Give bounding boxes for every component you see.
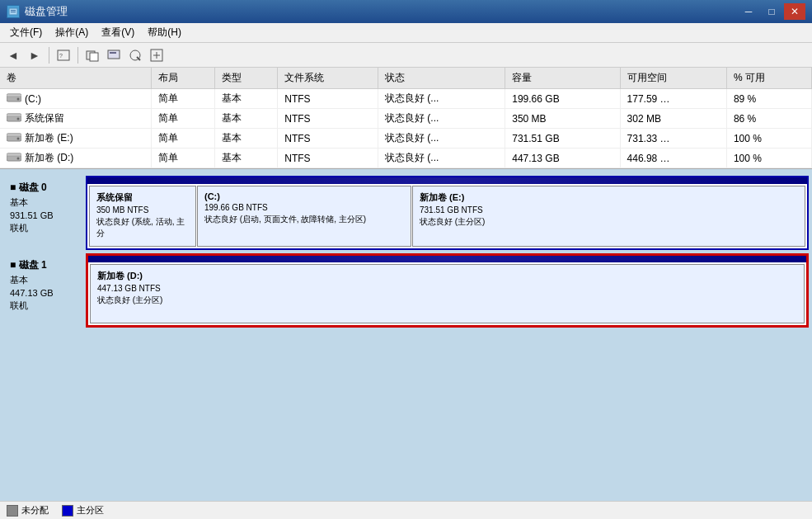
partition-status-disk0-sys: 状态良好 (系统, 活动, 主分 xyxy=(96,216,189,239)
toolbar-btn-1[interactable] xyxy=(82,45,102,65)
legend-unalloc-label: 未分配 xyxy=(21,504,49,517)
cell-type-0: 基本 xyxy=(214,89,278,109)
toolbar-separator-2 xyxy=(77,47,78,64)
menu-bar: 文件(F) 操作(A) 查看(V) 帮助(H) xyxy=(0,23,812,43)
cell-status-2: 状态良好 (... xyxy=(378,129,505,149)
partition-disk1-d[interactable]: 新加卷 (D:) 447.13 GB NTFS 状态良好 (主分区) xyxy=(90,264,805,323)
disk-map-panel: ■ 磁盘 0 基本 931.51 GB 联机 系统保留 350 MB NTFS … xyxy=(0,169,812,501)
table-row[interactable]: (C:) 简单 基本 NTFS 状态良好 (... 199.66 GB 177.… xyxy=(0,89,812,109)
cell-fs-0: NTFS xyxy=(278,89,378,109)
cell-free-2: 731.33 … xyxy=(620,129,726,149)
menu-help[interactable]: 帮助(H) xyxy=(141,24,188,41)
hdd-icon xyxy=(7,131,21,145)
hdd-icon xyxy=(7,92,21,106)
table-row[interactable]: 系统保留 简单 基本 NTFS 状态良好 (... 350 MB 302 MB … xyxy=(0,109,812,129)
cell-layout-1: 简单 xyxy=(151,109,214,129)
cell-capacity-0: 199.66 GB xyxy=(505,89,620,109)
cell-capacity-1: 350 MB xyxy=(505,109,620,129)
hdd-icon xyxy=(7,111,21,125)
partition-size-disk0-e: 731.51 GB NTFS xyxy=(420,205,798,215)
partition-size-disk1-d: 447.13 GB NTFS xyxy=(97,284,797,293)
toolbar-btn-3[interactable] xyxy=(125,45,145,65)
col-header-status: 状态 xyxy=(378,68,505,89)
disk-type-disk0: 基本 xyxy=(10,196,79,209)
cell-free-0: 177.59 … xyxy=(620,89,726,109)
col-header-capacity: 容量 xyxy=(505,68,620,89)
console-button[interactable]: ? xyxy=(54,45,73,65)
col-header-volume: 卷 xyxy=(0,68,151,89)
toolbar-btn-2[interactable] xyxy=(104,45,124,65)
col-header-free: 可用空间 xyxy=(620,68,726,89)
disk-info-disk0: ■ 磁盘 0 基本 931.51 GB 联机 xyxy=(3,176,86,250)
partition-status-disk1-d: 状态良好 (主分区) xyxy=(97,295,797,306)
disk-name-disk0: ■ 磁盘 0 xyxy=(10,181,79,195)
svg-rect-2 xyxy=(11,12,16,12)
partition-size-disk0-c: 199.66 GB NTFS xyxy=(204,203,404,212)
svg-text:?: ? xyxy=(59,53,63,59)
table-row[interactable]: 新加卷 (D:) 简单 基本 NTFS 状态良好 (... 447.13 GB … xyxy=(0,149,812,168)
cell-status-3: 状态良好 (... xyxy=(378,149,505,168)
svg-rect-8 xyxy=(110,52,116,54)
disk-top-bar-disk0 xyxy=(87,177,807,184)
disk-type-disk1: 基本 xyxy=(10,274,79,286)
menu-action[interactable]: 操作(A) xyxy=(49,24,95,41)
disk-row-disk1: ■ 磁盘 1 基本 447.13 GB 联机 新加卷 (D:) 447.13 G… xyxy=(3,253,809,328)
cell-volume-2: 新加卷 (E:) xyxy=(0,129,151,149)
cell-fs-3: NTFS xyxy=(278,149,378,168)
cell-pct-2: 100 % xyxy=(726,129,811,149)
svg-rect-24 xyxy=(7,153,21,156)
disk-size-disk0: 931.51 GB xyxy=(10,210,79,220)
hdd-icon xyxy=(7,151,21,165)
disk-top-bar-disk1 xyxy=(88,256,806,262)
window-controls[interactable]: ─ □ ✕ xyxy=(738,3,805,20)
cell-pct-0: 89 % xyxy=(726,89,811,109)
svg-rect-7 xyxy=(108,50,120,59)
disk-partitions-disk0: 系统保留 350 MB NTFS 状态良好 (系统, 活动, 主分 (C:) 1… xyxy=(87,184,807,248)
forward-button[interactable]: ► xyxy=(25,45,45,65)
col-header-fs: 文件系统 xyxy=(278,68,378,89)
cell-fs-1: NTFS xyxy=(278,109,378,129)
partition-name-disk0-c: (C:) xyxy=(204,191,404,201)
partition-disk0-e[interactable]: 新加卷 (E:) 731.51 GB NTFS 状态良好 (主分区) xyxy=(412,186,805,247)
cell-status-1: 状态良好 (... xyxy=(378,109,505,129)
cell-type-2: 基本 xyxy=(214,129,278,149)
back-button[interactable]: ◄ xyxy=(3,45,23,65)
cell-capacity-2: 731.51 GB xyxy=(505,129,620,149)
volume-table: 卷 布局 类型 文件系统 状态 容量 可用空间 % 可用 xyxy=(0,68,812,168)
legend-bar: 未分配 主分区 xyxy=(0,501,812,519)
svg-point-19 xyxy=(17,118,20,120)
disk-partitions-disk1: 新加卷 (D:) 447.13 GB NTFS 状态良好 (主分区) xyxy=(88,262,806,325)
legend-primary-box xyxy=(62,505,73,517)
close-button[interactable]: ✕ xyxy=(784,3,805,20)
partition-disk0-c[interactable]: (C:) 199.66 GB NTFS 状态良好 (启动, 页面文件, 故障转储… xyxy=(197,186,411,247)
legend-unallocated: 未分配 xyxy=(7,504,49,517)
disk-visual-disk1: 新加卷 (D:) 447.13 GB NTFS 状态良好 (主分区) xyxy=(86,253,809,328)
cell-fs-2: NTFS xyxy=(278,129,378,149)
svg-rect-1 xyxy=(11,10,16,11)
volume-table-panel: 卷 布局 类型 文件系统 状态 容量 可用空间 % 可用 xyxy=(0,68,812,169)
col-header-layout: 布局 xyxy=(151,68,214,89)
svg-rect-6 xyxy=(90,53,98,61)
cell-status-0: 状态良好 (... xyxy=(378,89,505,109)
cell-layout-0: 简单 xyxy=(151,89,214,109)
legend-primary: 主分区 xyxy=(62,504,104,517)
partition-disk0-sys[interactable]: 系统保留 350 MB NTFS 状态良好 (系统, 活动, 主分 xyxy=(89,186,196,247)
window-title: 磁盘管理 xyxy=(25,4,68,19)
svg-point-25 xyxy=(17,158,20,160)
menu-view[interactable]: 查看(V) xyxy=(95,24,141,41)
cell-pct-1: 86 % xyxy=(726,109,811,129)
menu-file[interactable]: 文件(F) xyxy=(3,24,49,41)
cell-free-3: 446.98 … xyxy=(620,149,726,168)
cell-volume-0: (C:) xyxy=(0,89,151,109)
toolbar-btn-4[interactable] xyxy=(147,45,167,65)
maximize-button[interactable]: □ xyxy=(761,3,782,20)
legend-unalloc-box xyxy=(7,505,18,517)
main-container: 卷 布局 类型 文件系统 状态 容量 可用空间 % 可用 xyxy=(0,68,812,501)
cell-pct-3: 100 % xyxy=(726,149,811,168)
cell-type-3: 基本 xyxy=(214,149,278,168)
svg-rect-18 xyxy=(7,114,21,116)
legend-primary-label: 主分区 xyxy=(77,504,104,517)
cell-free-1: 302 MB xyxy=(620,109,726,129)
table-row[interactable]: 新加卷 (E:) 简单 基本 NTFS 状态良好 (... 731.51 GB … xyxy=(0,129,812,149)
minimize-button[interactable]: ─ xyxy=(738,3,759,20)
